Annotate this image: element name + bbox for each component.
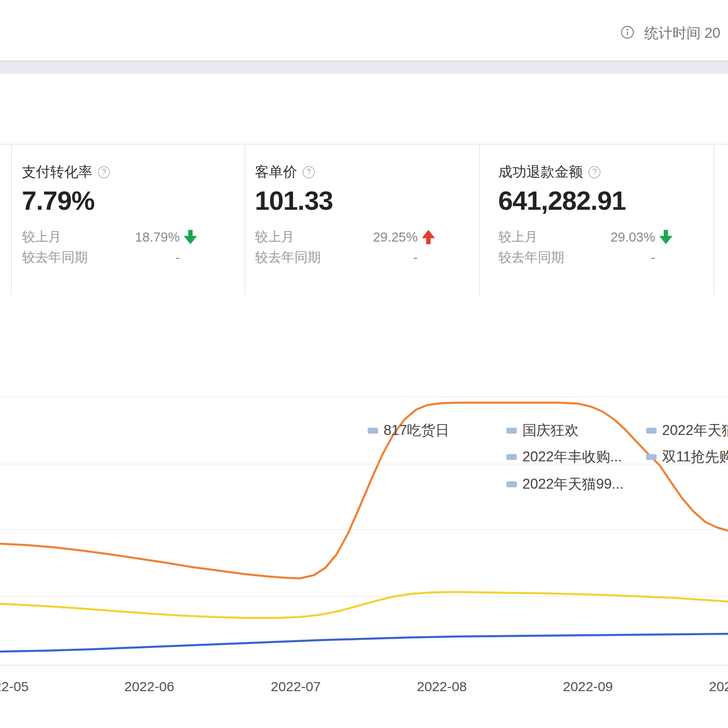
compare-row-mom: 较上月 29.03% <box>498 228 672 246</box>
compare-row-mom: 较上月 29.25% <box>255 228 435 246</box>
compare-value: - <box>413 250 418 265</box>
x-axis-tick-label: 2022-06 <box>124 679 174 694</box>
info-circle-icon[interactable] <box>621 25 634 39</box>
kpi-divider <box>479 144 480 295</box>
x-axis-tick-label: 2022-10 <box>709 679 728 694</box>
compare-value: 29.03% <box>611 230 655 245</box>
metric-label: 成功退款金额 <box>498 162 583 182</box>
chart-annotation[interactable]: 817吃货日 <box>368 423 450 438</box>
x-axis-tick-label: 2022-05 <box>0 679 29 694</box>
annotation-flag-icon <box>646 454 657 460</box>
metric-value: 101.33 <box>255 186 435 216</box>
yellow-series-line <box>0 592 728 618</box>
annotation-flag-icon <box>368 428 378 434</box>
compare-value: - <box>651 250 655 265</box>
compare-row-mom: 较上月 18.79% <box>22 228 197 246</box>
chart-annotation[interactable]: 国庆狂欢 <box>506 423 579 438</box>
kpi-divider <box>244 144 245 295</box>
metric-value: 7.79% <box>22 186 197 216</box>
trend-line-chart <box>0 0 728 728</box>
compare-value: 29.25% <box>373 230 418 245</box>
metric-card-avg-order-value: 客单价 ? 101.33 较上月 29.25% 较去年同期 - <box>255 144 435 266</box>
compare-row-yoy: 较去年同期 - <box>22 249 197 266</box>
trend-down-icon <box>184 230 197 244</box>
compare-row-yoy: 较去年同期 - <box>255 249 435 266</box>
header-divider-band <box>0 61 728 74</box>
compare-label: 较上月 <box>22 228 61 246</box>
compare-label: 较上月 <box>255 228 294 246</box>
annotation-label: 2022年丰收购... <box>522 447 622 466</box>
metric-value: 641,282.91 <box>498 186 672 216</box>
compare-label: 较上月 <box>498 228 538 246</box>
chart-annotation[interactable]: 2022年天猫 <box>646 423 728 438</box>
stat-time-label: 统计时间 20 <box>644 24 720 43</box>
annotation-flag-icon <box>506 428 517 434</box>
annotation-flag-icon <box>506 481 517 487</box>
x-axis-tick-label: 2022-09 <box>563 679 613 694</box>
x-axis-tick-label: 2022-07 <box>271 679 321 694</box>
blue-series-line <box>0 634 728 652</box>
compare-value: 18.79% <box>135 230 180 245</box>
compare-label: 较去年同期 <box>498 248 564 267</box>
trend-up-icon <box>422 230 435 244</box>
annotation-label: 817吃货日 <box>384 421 450 440</box>
annotation-label: 双11抢先购 <box>662 447 728 466</box>
metric-card-refund-amount: 成功退款金额 ? 641,282.91 较上月 29.03% 较去年同期 - <box>498 144 672 266</box>
chart-annotation[interactable]: 2022年天猫99... <box>506 477 623 491</box>
annotation-flag-icon <box>506 454 517 460</box>
question-circle-icon[interactable]: ? <box>588 166 601 178</box>
chart-annotation[interactable]: 2022年丰收购... <box>506 450 622 464</box>
annotation-label: 2022年天猫99... <box>522 475 623 494</box>
kpi-divider <box>713 144 714 295</box>
compare-label: 较去年同期 <box>255 248 321 267</box>
trend-down-icon <box>659 230 672 244</box>
kpi-divider <box>11 144 12 295</box>
compare-row-yoy: 较去年同期 - <box>498 249 672 266</box>
annotation-label: 国庆狂欢 <box>522 421 579 440</box>
metric-label: 客单价 <box>255 162 297 182</box>
question-circle-icon[interactable]: ? <box>98 166 110 178</box>
compare-label: 较去年同期 <box>22 248 88 267</box>
annotation-flag-icon <box>646 428 657 434</box>
dashboard-page: { "header": { "stat_time_label": "统计时间 2… <box>0 0 728 728</box>
question-circle-icon[interactable]: ? <box>303 166 315 178</box>
compare-value: - <box>175 250 180 265</box>
metric-label: 支付转化率 <box>22 162 92 182</box>
x-axis-tick-label: 2022-08 <box>417 679 467 694</box>
annotation-label: 2022年天猫 <box>662 421 728 440</box>
chart-annotation[interactable]: 双11抢先购 <box>646 450 728 464</box>
metric-card-payment-conversion: 支付转化率 ? 7.79% 较上月 18.79% 较去年同期 - <box>22 144 197 266</box>
